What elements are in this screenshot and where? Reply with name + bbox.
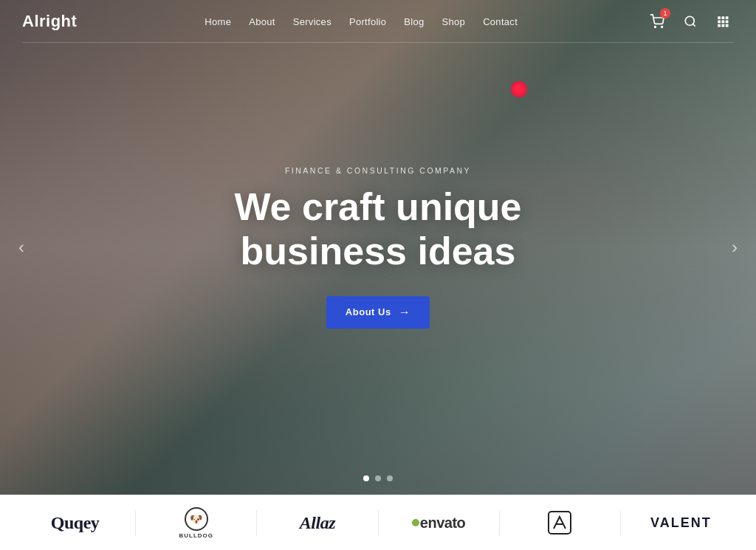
nav-link-shop[interactable]: Shop xyxy=(442,16,466,27)
svg-rect-3 xyxy=(718,16,721,19)
search-button[interactable] xyxy=(679,10,701,32)
logo-quqey: Quqey xyxy=(15,513,135,533)
hero-dots xyxy=(363,475,393,481)
hero-subtitle: Finance & Consulting Company xyxy=(157,166,599,175)
svg-rect-5 xyxy=(726,16,729,19)
svg-point-0 xyxy=(655,27,656,28)
nav-link-about[interactable]: About xyxy=(249,16,275,27)
red-dot-decoration xyxy=(511,81,527,97)
logo-valent-text: VALENT xyxy=(650,515,712,531)
svg-rect-8 xyxy=(726,21,729,24)
nav-link-contact[interactable]: Contact xyxy=(483,16,518,27)
logo-allaz-text: Allaz xyxy=(300,513,335,533)
hero-cta-label: About Us xyxy=(346,306,391,317)
svg-rect-9 xyxy=(718,24,721,27)
svg-point-1 xyxy=(662,27,663,28)
hero-dot-1[interactable] xyxy=(363,475,369,481)
hero-prev-button[interactable]: ‹ xyxy=(11,231,32,264)
svg-rect-12 xyxy=(549,512,571,534)
bulldog-text: BULLDOG xyxy=(179,532,213,539)
nav-links: Home About Services Portfolio Blog Shop … xyxy=(205,15,518,28)
svg-rect-6 xyxy=(718,21,721,24)
svg-point-2 xyxy=(685,16,694,25)
grid-menu-button[interactable] xyxy=(712,10,734,32)
hero-next-button[interactable]: › xyxy=(724,231,745,264)
nav-link-portfolio[interactable]: Portfolio xyxy=(349,16,386,27)
hero-dot-2[interactable] xyxy=(375,475,381,481)
hero-content: Finance & Consulting Company We craft un… xyxy=(157,166,599,329)
logo-symbol-svg xyxy=(545,508,574,537)
cart-button[interactable]: 1 xyxy=(645,10,669,33)
logo-envato: envato xyxy=(379,515,499,532)
hero-cta-button[interactable]: About Us → xyxy=(326,296,430,329)
nav-link-blog[interactable]: Blog xyxy=(404,16,424,27)
logo-bulldog-container: 🐶 BULLDOG xyxy=(179,507,213,539)
nav-link-home[interactable]: Home xyxy=(205,16,231,27)
logo-symbol xyxy=(500,508,620,537)
logo-envato-text: envato xyxy=(420,515,465,532)
logo-valent: VALENT xyxy=(621,515,741,531)
logo-allaz: Allaz xyxy=(257,513,377,533)
site-logo[interactable]: Alright xyxy=(22,12,77,31)
svg-rect-11 xyxy=(726,24,729,27)
hero-title-line2: business ideas xyxy=(241,230,516,272)
bulldog-icon: 🐶 xyxy=(185,507,208,531)
logo-bulldog: 🐶 BULLDOG xyxy=(136,507,256,539)
svg-rect-10 xyxy=(721,24,724,27)
nav-link-services[interactable]: Services xyxy=(293,16,331,27)
hero-section: ‹ › Finance & Consulting Company We craf… xyxy=(0,0,756,495)
envato-dot-icon xyxy=(412,519,419,526)
svg-rect-7 xyxy=(721,21,724,24)
arrow-icon: → xyxy=(399,306,411,319)
hero-dot-3[interactable] xyxy=(387,475,393,481)
nav-icons: 1 xyxy=(645,10,734,33)
logo-quqey-text: Quqey xyxy=(51,513,100,533)
hero-title-line1: We craft unique xyxy=(234,185,521,228)
logos-strip: Quqey 🐶 BULLDOG Allaz envato VALENT xyxy=(0,495,756,550)
cart-badge: 1 xyxy=(660,8,670,18)
nav-divider xyxy=(22,42,734,43)
svg-rect-4 xyxy=(721,16,724,19)
hero-title: We craft unique business ideas xyxy=(157,185,599,274)
navbar: Alright Home About Services Portfolio Bl… xyxy=(0,0,756,43)
